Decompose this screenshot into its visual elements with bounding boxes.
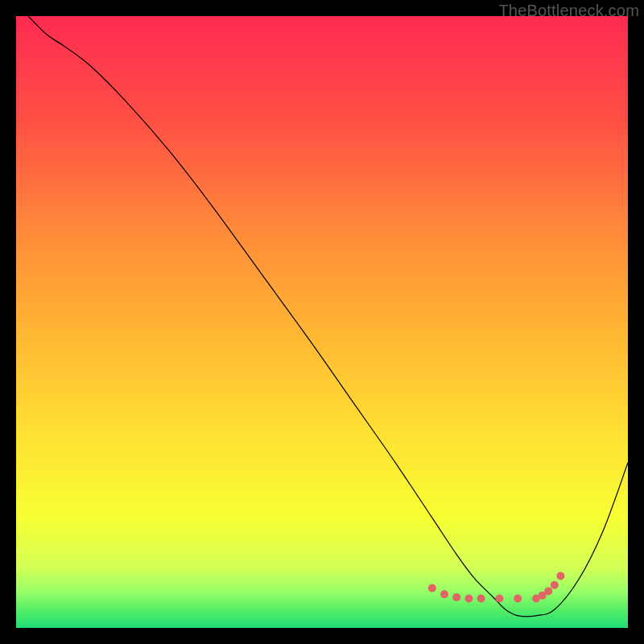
marker-point xyxy=(551,581,559,589)
chart-plot xyxy=(16,16,628,628)
marker-point xyxy=(556,572,564,580)
marker-point xyxy=(495,595,503,603)
marker-point xyxy=(428,584,436,592)
marker-point xyxy=(544,587,552,595)
marker-point xyxy=(452,593,460,601)
watermark-text: TheBottleneck.com xyxy=(498,2,639,20)
marker-point xyxy=(514,595,522,603)
gradient-background xyxy=(16,16,628,628)
marker-point xyxy=(477,595,485,603)
chart-container: TheBottleneck.com xyxy=(0,0,644,644)
marker-point xyxy=(464,595,473,603)
marker-point xyxy=(440,590,448,598)
